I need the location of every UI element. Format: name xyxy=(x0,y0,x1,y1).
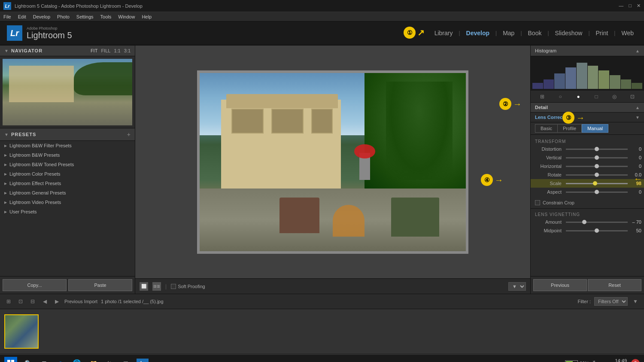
preset-group-header[interactable]: ▶ Lightroom Video Presets xyxy=(0,198,135,206)
task-view-icon[interactable]: ⊞ xyxy=(39,358,50,362)
preset-group-header[interactable]: ▶ Lightroom Color Presets xyxy=(0,170,135,178)
navigator-header: ▼ Navigator FIT FILL 1:1 3:1 xyxy=(0,46,135,56)
nav-book[interactable]: Book xyxy=(525,28,545,38)
nav-develop[interactable]: Develop xyxy=(463,28,493,38)
preset-group-label: Lightroom General Presets xyxy=(9,190,66,195)
nav-map[interactable]: Map xyxy=(499,28,518,38)
midpoint-thumb[interactable] xyxy=(595,228,599,233)
vertical-track[interactable] xyxy=(566,157,628,158)
menu-help[interactable]: Help xyxy=(142,14,152,19)
vertical-thumb[interactable] xyxy=(595,155,599,160)
menu-develop[interactable]: Develop xyxy=(33,14,50,19)
window-controls[interactable]: — □ ✕ xyxy=(619,3,641,9)
nav-web[interactable]: Web xyxy=(618,28,637,38)
lens-corrections-header[interactable]: Lens Corrections ▼ xyxy=(531,113,644,122)
folder-icon[interactable]: 📁 xyxy=(88,358,99,362)
zoom-fit[interactable]: FIT xyxy=(91,48,98,53)
preset-group-header[interactable]: ▶ User Presets xyxy=(0,208,135,216)
start-button[interactable] xyxy=(4,357,17,362)
tab-profile[interactable]: Profile xyxy=(557,124,582,133)
tab-manual[interactable]: Manual xyxy=(582,124,608,133)
right-panel: Histogram ▲ ⊞ ○ ● □ ◎ ⊡ xyxy=(530,46,644,294)
histogram-collapse[interactable]: ▲ xyxy=(635,49,640,53)
filter-toggle-icon[interactable]: ▼ xyxy=(631,297,640,306)
menu-tools[interactable]: Tools xyxy=(100,14,112,19)
next-arrow-icon[interactable]: ▶ xyxy=(52,297,61,306)
adobe-label: Adobe Photoshop xyxy=(27,26,72,30)
preset-group-header[interactable]: ▶ Lightroom B&W Toned Presets xyxy=(0,161,135,168)
chrome-icon[interactable]: 🌐 xyxy=(71,358,82,362)
minimize-btn[interactable]: — xyxy=(619,3,623,9)
previous-btn[interactable]: Previous xyxy=(533,279,587,291)
copy-btn[interactable]: Copy... xyxy=(3,279,67,291)
mail-icon[interactable]: ✉ xyxy=(120,358,131,362)
add-preset-btn[interactable]: + xyxy=(127,131,131,138)
circle-tool[interactable]: ○ xyxy=(556,92,565,101)
distortion-thumb[interactable] xyxy=(595,147,599,151)
slider-row-amount: Amount – 70 xyxy=(531,218,644,226)
preset-group-header[interactable]: ▶ Lightroom Effect Presets xyxy=(0,179,135,187)
search-icon[interactable]: 🔍 xyxy=(22,358,33,362)
square-tool[interactable]: □ xyxy=(592,92,601,101)
paste-btn[interactable]: Paste xyxy=(68,279,132,291)
amount-track[interactable] xyxy=(566,222,628,223)
battery-percent: 60% xyxy=(580,361,589,362)
menu-settings[interactable]: Settings xyxy=(76,14,94,19)
slider-tool[interactable]: ⊡ xyxy=(628,92,637,101)
grid-view-icon[interactable]: ⊞ xyxy=(4,297,13,306)
crop-icon[interactable]: ⬜ xyxy=(140,282,148,291)
scale-thumb[interactable] xyxy=(593,181,597,186)
view-select[interactable]: ▼ xyxy=(508,282,526,291)
zoom-1-1[interactable]: 1:1 xyxy=(114,48,120,53)
browser-icon[interactable]: e xyxy=(55,358,66,362)
rotate-track[interactable] xyxy=(566,174,628,176)
notification-badge[interactable]: 2 xyxy=(631,359,640,362)
view-icon[interactable]: ▥▥ xyxy=(152,282,161,291)
preset-group-header[interactable]: ▶ Lightroom B&W Presets xyxy=(0,151,135,159)
menu-edit[interactable]: Edit xyxy=(18,14,26,19)
preset-group-header[interactable]: ▶ Lightroom B&W Filter Presets xyxy=(0,142,135,149)
prev-arrow-icon[interactable]: ◀ xyxy=(40,297,49,306)
close-btn[interactable]: ✕ xyxy=(637,3,641,9)
hist-bar xyxy=(588,66,598,89)
menu-photo[interactable]: Photo xyxy=(57,14,70,19)
soft-proofing-toggle[interactable]: Soft Proofing xyxy=(171,284,205,289)
reset-btn[interactable]: Reset xyxy=(588,279,641,291)
dot-tool-active[interactable]: ● xyxy=(574,92,583,101)
preset-group-header[interactable]: ▶ Lightroom General Presets xyxy=(0,189,135,197)
horizontal-track[interactable] xyxy=(566,166,628,167)
constrain-crop-checkbox[interactable] xyxy=(535,200,540,205)
rotate-thumb[interactable] xyxy=(595,173,599,177)
aspect-thumb[interactable] xyxy=(595,190,599,194)
detail-section-header[interactable]: Detail ▲ xyxy=(531,103,644,113)
aspect-track[interactable] xyxy=(566,192,628,193)
tab-basic[interactable]: Basic xyxy=(535,124,557,133)
zoom-3-1[interactable]: 3:1 xyxy=(124,48,131,53)
menu-file[interactable]: File xyxy=(3,14,11,19)
soft-proofing-checkbox[interactable] xyxy=(171,284,176,289)
slider-row-rotate: Rotate 0.0 xyxy=(531,170,644,179)
filmstrip-thumbnail[interactable] xyxy=(4,314,39,349)
scale-track[interactable] xyxy=(566,183,628,184)
store-icon[interactable]: 🛍 xyxy=(104,358,115,362)
nav-print[interactable]: Print xyxy=(592,28,612,38)
amount-thumb[interactable] xyxy=(582,220,586,224)
battery-indicator: 60% xyxy=(565,360,589,362)
maximize-btn[interactable]: □ xyxy=(629,3,632,9)
distortion-track[interactable] xyxy=(566,149,628,150)
nav-library[interactable]: Library xyxy=(431,28,456,38)
hist-bar xyxy=(610,75,620,89)
horizontal-thumb[interactable] xyxy=(595,164,599,168)
midpoint-track[interactable] xyxy=(566,230,628,231)
taskbar-lr-icon[interactable]: Lr xyxy=(137,359,149,362)
grid-tool[interactable]: ⊞ xyxy=(538,92,547,101)
midpoint-value: 50 xyxy=(629,228,641,233)
photo-frame xyxy=(197,70,468,254)
filter-select[interactable]: Filters Off xyxy=(594,297,628,306)
filmstrip-view-icon[interactable]: ⊡ xyxy=(16,297,25,306)
nav-slideshow[interactable]: Slideshow xyxy=(552,28,586,38)
menu-window[interactable]: Window xyxy=(118,14,135,19)
rotate-label: Rotate xyxy=(533,172,564,177)
zoom-fill[interactable]: FILL xyxy=(101,48,110,53)
circle2-tool[interactable]: ◎ xyxy=(610,92,619,101)
